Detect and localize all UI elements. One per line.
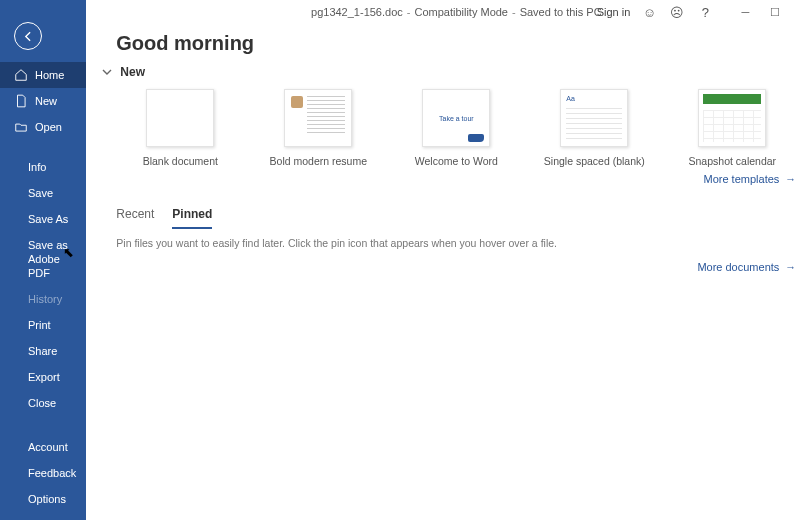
template-label: Blank document [143, 155, 218, 167]
title-center: pg1342_1-156.doc - Compatibility Mode - … [311, 6, 602, 18]
template-label: Snapshot calendar [689, 155, 777, 167]
folder-open-icon [14, 120, 28, 134]
more-templates-label: More templates [704, 173, 780, 185]
new-section-toggle[interactable]: New [102, 65, 796, 79]
nav-info[interactable]: Info [0, 154, 86, 180]
sidebar-sub-items: Info Save Save As Save as Adobe PDF Hist… [0, 154, 86, 416]
window-controls: ─ ☐ ✕ [730, 0, 800, 24]
template-thumb: Take a tour [422, 89, 490, 147]
nav-new-label: New [35, 95, 57, 107]
template-thumb: Aa [560, 89, 628, 147]
nav-feedback[interactable]: Feedback [0, 460, 86, 486]
nav-open[interactable]: Open [0, 114, 86, 140]
arrow-right-icon: → [785, 173, 796, 185]
template-thumb [284, 89, 352, 147]
aa-text: Aa [566, 95, 575, 102]
template-single-spaced[interactable]: Aa Single spaced (blank) [530, 89, 658, 167]
tab-pinned[interactable]: Pinned [172, 203, 212, 229]
close-window-button[interactable]: ✕ [790, 0, 800, 24]
more-documents-label: More documents [697, 261, 779, 273]
separator: - [407, 6, 411, 18]
help-icon[interactable]: ? [696, 3, 714, 21]
titlebar: pg1342_1-156.doc - Compatibility Mode - … [86, 0, 800, 24]
template-thumb [146, 89, 214, 147]
document-icon [14, 94, 28, 108]
sidebar-bottom: Account Feedback Options [0, 434, 86, 520]
save-status: Saved to this PC [520, 6, 602, 18]
nav-save-as[interactable]: Save As [0, 206, 86, 232]
minimize-button[interactable]: ─ [730, 0, 760, 24]
nav-export[interactable]: Export [0, 364, 86, 390]
arrow-left-icon [22, 30, 35, 43]
template-welcome-to-word[interactable]: Take a tour Welcome to Word [392, 89, 520, 167]
face-frown-icon[interactable]: ☹ [668, 3, 686, 21]
nav-open-label: Open [35, 121, 62, 133]
template-label: Single spaced (blank) [544, 155, 645, 167]
nav-home-label: Home [35, 69, 64, 81]
sidebar: Home New Open Info Save Save As Save as … [0, 0, 86, 520]
face-smile-icon[interactable]: ☺ [640, 3, 658, 21]
signin-link[interactable]: Sign in [597, 6, 631, 18]
main-area: pg1342_1-156.doc - Compatibility Mode - … [86, 0, 800, 520]
pinned-hint: Pin files you want to easily find later.… [116, 237, 796, 249]
tour-text: Take a tour [439, 115, 474, 122]
greeting-heading: Good morning [116, 32, 796, 55]
nav-history: History [0, 286, 86, 312]
doc-mode: Compatibility Mode [414, 6, 508, 18]
template-label: Welcome to Word [415, 155, 498, 167]
documents-tabs: Recent Pinned [116, 203, 796, 229]
home-icon [14, 68, 28, 82]
content: Good morning New Blank document Bold mod… [86, 24, 800, 301]
nav-print[interactable]: Print [0, 312, 86, 338]
nav-new[interactable]: New [0, 88, 86, 114]
template-blank-document[interactable]: Blank document [116, 89, 244, 167]
tab-recent[interactable]: Recent [116, 203, 154, 229]
chevron-down-icon [102, 67, 112, 77]
nav-save[interactable]: Save [0, 180, 86, 206]
nav-share[interactable]: Share [0, 338, 86, 364]
more-documents-link[interactable]: More documents → [116, 261, 796, 273]
arrow-right-icon: → [785, 261, 796, 273]
template-snapshot-calendar[interactable]: Snapshot calendar [668, 89, 796, 167]
template-label: Bold modern resume [270, 155, 367, 167]
nav-options[interactable]: Options [0, 486, 86, 512]
nav-close[interactable]: Close [0, 390, 86, 416]
nav-home[interactable]: Home [0, 62, 86, 88]
more-templates-link[interactable]: More templates → [116, 173, 796, 185]
back-button[interactable] [14, 22, 42, 50]
nav-save-adobe-pdf[interactable]: Save as Adobe PDF [0, 232, 86, 286]
nav-account[interactable]: Account [0, 434, 86, 460]
template-thumb [698, 89, 766, 147]
titlebar-right: Sign in ☺ ☹ ? ─ ☐ ✕ [597, 0, 800, 24]
new-section-label: New [120, 65, 145, 79]
template-row: Blank document Bold modern resume Take a… [116, 89, 796, 167]
separator: - [512, 6, 516, 18]
maximize-button[interactable]: ☐ [760, 0, 790, 24]
template-bold-modern-resume[interactable]: Bold modern resume [254, 89, 382, 167]
app-root: Home New Open Info Save Save As Save as … [0, 0, 800, 520]
doc-filename: pg1342_1-156.doc [311, 6, 403, 18]
